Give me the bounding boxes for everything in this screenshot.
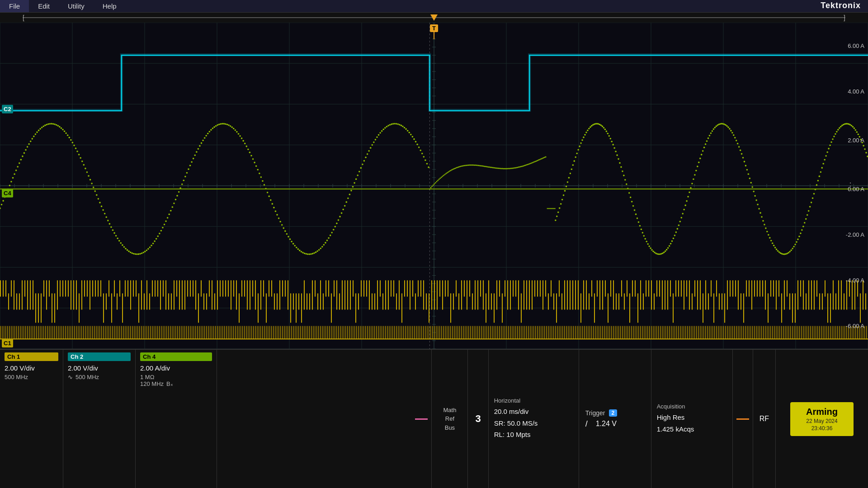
y-label-neg6: -6.00 A xyxy=(846,323,864,329)
trigger-details: / 1.24 V xyxy=(585,419,645,429)
trigger-slope-icon: / xyxy=(585,419,588,429)
acquisition-mode: High Res xyxy=(657,412,727,423)
acquisition-title: Acquisition xyxy=(657,403,727,410)
acquisition-count: 1.425 kAcqs xyxy=(657,423,727,435)
arming-label: Arming xyxy=(806,407,838,417)
orange-line-indicator xyxy=(733,350,753,488)
ch2-label: C2 xyxy=(2,105,13,113)
orange-line xyxy=(736,418,749,420)
horizontal-timediv: 20.0 ms/div xyxy=(494,406,573,418)
ch4-label: C4 xyxy=(2,189,13,197)
statusbar: Ch 1 2.00 V/div 500 MHz Ch 2 2.00 V/div … xyxy=(0,349,868,488)
horizontal-samplerate: SR: 50.0 MS/s xyxy=(494,418,573,429)
ch1-status: Ch 1 2.00 V/div 500 MHz xyxy=(0,350,63,488)
menu-help[interactable]: Help xyxy=(94,0,126,12)
bus-label: Bus xyxy=(445,423,455,432)
ch4-impedance: 1 MΩ xyxy=(140,374,212,380)
horizontal-recordlength: RL: 10 Mpts xyxy=(494,429,573,441)
ch4-title: Ch 4 xyxy=(140,352,212,361)
ch4-adiv: 2.00 A/div xyxy=(140,363,212,374)
rf-label-text: RF xyxy=(760,415,769,423)
ch2-title: Ch 2 xyxy=(68,352,131,361)
ch2-bandwidth: 500 MHz xyxy=(75,374,99,380)
ch2-vdiv: 2.00 V/div xyxy=(68,363,131,374)
trigger-voltage: 1.24 V xyxy=(596,420,617,428)
ch4-bw-indicator: Bₓ xyxy=(166,380,173,387)
trigger-channel-badge: 2 xyxy=(609,409,618,417)
ch1-title: Ch 1 xyxy=(5,352,58,361)
rf-section: RF xyxy=(753,350,776,488)
trigger-t-marker: T xyxy=(430,24,438,39)
trigger-bracket-left: [ xyxy=(23,14,24,21)
arming-date: 22 May 2024 xyxy=(806,418,837,424)
trigger-section: Trigger 2 / 1.24 V xyxy=(579,350,651,488)
math-label: Math xyxy=(443,406,456,415)
waveform-canvas xyxy=(0,23,868,349)
math-ref-bus-section: Math Ref Bus xyxy=(432,350,468,488)
menubar: File Edit Utility Help Tektronix xyxy=(0,0,868,13)
oscilloscope-display: T 6.00 A 4.00 A 2.00 A 0.00 A -2.00 A -4… xyxy=(0,23,868,349)
arming-time: 23:40:36 xyxy=(811,425,833,432)
y-label-4: 4.00 A xyxy=(848,88,864,94)
trigger-bracket-right: ] xyxy=(844,14,845,21)
y-label-neg4: -4.00 A xyxy=(846,277,864,284)
bus-count: 3 xyxy=(475,413,481,425)
trigger-bar: [ ] xyxy=(0,13,868,23)
ch4-status: Ch 4 2.00 A/div 1 MΩ 120 MHz Bₓ xyxy=(136,350,217,488)
ch1-label: C1 xyxy=(2,339,13,347)
acquisition-section: Acquisition High Res 1.425 kAcqs xyxy=(651,350,733,488)
menu-file[interactable]: File xyxy=(0,0,29,12)
trigger-header: Trigger 2 xyxy=(585,409,645,417)
trigger-position-marker[interactable] xyxy=(429,14,439,22)
tektronix-logo: Tektronix xyxy=(821,1,861,10)
arming-button[interactable]: Arming 22 May 2024 23:40:36 xyxy=(790,402,854,436)
ref-label: Ref xyxy=(445,414,454,423)
ch2-status: Ch 2 2.00 V/div ∿ 500 MHz xyxy=(63,350,136,488)
arming-container[interactable]: Arming 22 May 2024 23:40:36 xyxy=(776,350,868,488)
y-label-2: 2.00 A xyxy=(848,136,864,143)
trigger-arrow-icon xyxy=(430,14,438,21)
horizontal-section: Horizontal 20.0 ms/div SR: 50.0 MS/s RL:… xyxy=(489,350,579,488)
trigger-title: Trigger xyxy=(585,409,605,417)
count-3: 3 xyxy=(468,350,488,488)
ch1-vdiv: 2.00 V/div xyxy=(5,363,58,374)
y-label-neg2: -2.00 A xyxy=(846,231,864,238)
ch1-bandwidth: 500 MHz xyxy=(5,374,58,380)
trigger-t-label: T xyxy=(430,24,438,32)
menu-edit[interactable]: Edit xyxy=(29,0,59,12)
ch4-bandwidth: 120 MHz xyxy=(140,380,164,387)
trigger-t-line xyxy=(434,32,434,39)
horizontal-title: Horizontal xyxy=(494,397,573,404)
menu-utility[interactable]: Utility xyxy=(59,0,94,12)
y-label-6: 6.00 A xyxy=(848,42,864,49)
pink-line xyxy=(415,418,428,420)
pink-line-indicator xyxy=(411,350,432,488)
more-button[interactable]: ⋮ xyxy=(846,181,854,191)
ch2-coupling: ∿ xyxy=(68,374,73,380)
